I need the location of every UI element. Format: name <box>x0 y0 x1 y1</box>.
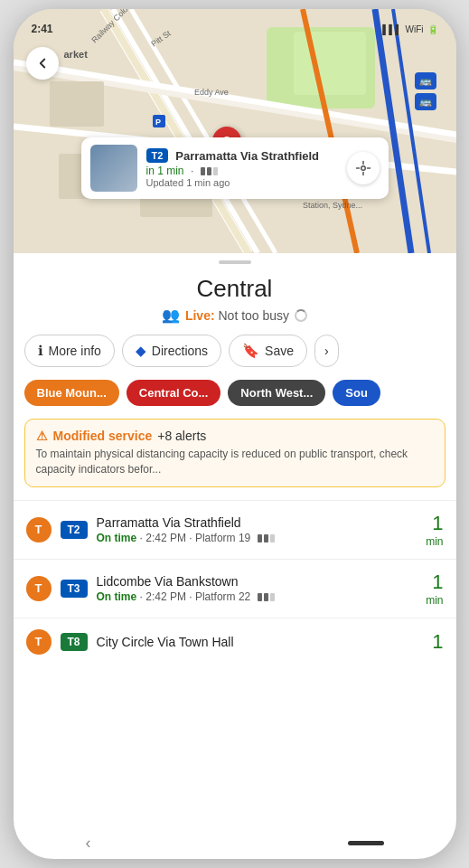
train-time-t8: 1 <box>432 630 443 654</box>
more-icon: › <box>324 344 329 358</box>
alert-title: ⚠ Modified service +8 alerts <box>36 429 434 443</box>
bottom-panel: Central 👥 Live: Not too busy ℹ More info… <box>14 253 456 826</box>
warning-icon: ⚠ <box>36 429 48 443</box>
route-tabs: Blue Moun... Central Co... North West...… <box>14 380 456 406</box>
train-info-t8: City Circle Via Town Hall <box>97 635 424 649</box>
phone-frame: 2:41 ▌▌▌ WiFi 🔋 <box>14 9 456 859</box>
people-icon: 👥 <box>162 307 180 324</box>
train-icon-t2: T <box>26 517 52 542</box>
capacity-dots-2 <box>258 590 275 603</box>
route-tab-north-west[interactable]: North West... <box>228 380 325 406</box>
map-card-content: T2 Parramatta Via Strathfield in 1 min ·… <box>146 148 338 188</box>
svg-text:Eddy Ave: Eddy Ave <box>194 88 229 97</box>
route-tab-south[interactable]: Sou <box>333 380 380 406</box>
train-badge-t3: T3 <box>61 580 88 598</box>
train-name-t2: Parramatta Via Strathfield <box>97 515 417 530</box>
svg-text:Station, Sydne...: Station, Sydne... <box>303 201 362 210</box>
train-row[interactable]: T T2 Parramatta Via Strathfield On time … <box>14 500 456 559</box>
train-badge-t8: T8 <box>61 633 88 651</box>
map-card-arrival: in 1 min · <box>146 165 338 177</box>
location-button[interactable] <box>347 152 380 184</box>
train-time-t3: 1 min <box>426 571 443 607</box>
alert-text: To maintain physical distancing capacity… <box>36 447 434 477</box>
directions-icon: ◆ <box>136 343 146 359</box>
train-sub-t3: On time · 2:42 PM · Platform 22 <box>97 590 417 603</box>
transit-map-icon-1: 🚌 <box>415 72 436 90</box>
train-badge-t2: T2 <box>61 521 88 539</box>
directions-button[interactable]: ◆ Directions <box>122 335 221 367</box>
action-buttons: ℹ More info ◆ Directions 🔖 Save › <box>14 335 456 367</box>
train-name-t8: City Circle Via Town Hall <box>97 635 424 649</box>
route-tab-blue-mountains[interactable]: Blue Moun... <box>24 380 119 406</box>
signal-icon: ▌▌▌ <box>382 24 401 34</box>
train-row[interactable]: T T3 Lidcombe Via Bankstown On time · 2:… <box>14 559 456 618</box>
map-info-card: T2 Parramatta Via Strathfield in 1 min ·… <box>81 137 389 199</box>
route-tab-central-coast[interactable]: Central Co... <box>127 380 221 406</box>
train-icon-t3: T <box>26 576 52 601</box>
live-status: 👥 Live: Not too busy <box>14 307 456 324</box>
map-card-update: Updated 1 min ago <box>146 177 338 188</box>
loading-spinner <box>295 309 307 322</box>
battery-icon: 🔋 <box>427 24 438 34</box>
svg-rect-13 <box>50 81 104 127</box>
more-info-button[interactable]: ℹ More info <box>24 335 115 367</box>
map-thumbnail <box>90 145 137 192</box>
transit-map-icon-2: 🚌 <box>415 93 436 110</box>
train-icon-t8: T <box>26 629 52 655</box>
svg-rect-2 <box>294 32 366 95</box>
bottom-nav: ‹ <box>14 826 456 859</box>
status-icons: ▌▌▌ WiFi 🔋 <box>382 24 437 34</box>
map-card-title: Parramatta Via Strathfield <box>175 149 319 163</box>
wifi-icon: WiFi <box>406 24 424 34</box>
train-time-t2: 1 min <box>426 512 443 548</box>
live-label: Live: <box>185 308 215 323</box>
info-icon: ℹ <box>38 343 43 359</box>
svg-text:P: P <box>155 118 161 127</box>
map-route-badge: T2 <box>146 148 169 163</box>
alert-count: +8 alerts <box>157 429 206 443</box>
map-area: Pitt St Railway Colo... Eddy Ave Station… <box>14 9 456 253</box>
alert-banner[interactable]: ⚠ Modified service +8 alerts To maintain… <box>24 419 446 487</box>
train-row[interactable]: T T8 City Circle Via Town Hall 1 <box>14 618 456 665</box>
save-button[interactable]: 🔖 Save <box>229 335 307 367</box>
nav-back-chevron[interactable]: ‹ <box>86 834 91 853</box>
capacity-dots-1 <box>258 532 275 544</box>
back-button[interactable] <box>26 47 59 80</box>
bookmark-icon: 🔖 <box>242 343 259 359</box>
train-info-t3: Lidcombe Via Bankstown On time · 2:42 PM… <box>97 574 417 603</box>
nav-home-pill[interactable] <box>348 841 384 845</box>
status-bar: 2:41 ▌▌▌ WiFi 🔋 <box>14 18 456 40</box>
svg-point-22 <box>361 166 365 171</box>
status-time: 2:41 <box>32 23 53 35</box>
train-info-t2: Parramatta Via Strathfield On time · 2:4… <box>97 515 417 544</box>
drag-handle[interactable] <box>219 260 251 264</box>
map-brand-label: arket <box>64 49 88 60</box>
more-button[interactable]: › <box>314 335 339 367</box>
train-name-t3: Lidcombe Via Bankstown <box>97 574 417 589</box>
live-status-text: Not too busy <box>218 308 289 323</box>
capacity-indicator <box>201 165 218 177</box>
train-sub-t2: On time · 2:42 PM · Platform 19 <box>97 532 417 544</box>
station-title: Central <box>14 268 456 307</box>
